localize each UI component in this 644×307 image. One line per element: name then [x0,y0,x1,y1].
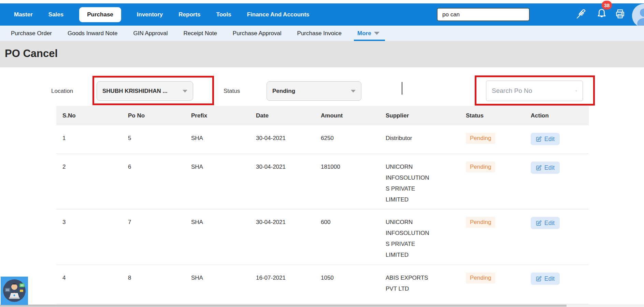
cell-supplier: ABIS EXPORTS PVT LTD [381,265,461,294]
col-header-po-no: Po No [123,112,186,119]
cell-po-no: 7 [123,209,186,228]
col-header-date: Date [251,112,316,119]
col-header-amount: Amount [316,112,381,119]
table-row: 3 7 SHA 30-04-2021 600 UNICORN INFOSOLUT… [56,209,589,265]
subnav-purchase-invoice[interactable]: Purchase Invoice [297,26,342,41]
cell-sno: 4 [56,265,123,283]
table-header-row: S.No Po No Prefix Date Amount Supplier S… [56,106,589,125]
cell-amount: 600 [316,209,381,228]
cell-supplier: UNICORN INFOSOLUTION S PRIVATE LIMITED [381,154,461,205]
cell-sno: 1 [56,125,123,144]
cell-amount: 181000 [316,154,381,172]
subnav-more-label: More [357,30,371,37]
page-title-bar: PO Cancel [0,41,644,67]
nav-item-purchase[interactable]: Purchase [79,7,121,22]
support-chat-illustration [1,277,28,305]
browser-top-strip [0,0,644,3]
cell-po-no: 8 [123,265,186,283]
col-header-status: Status [461,112,526,119]
top-navigation-bar: Master Sales Purchase Inventory Reports … [0,3,644,26]
cell-date: 30-04-2021 [251,209,316,228]
cell-date: 30-04-2021 [251,154,316,172]
subnav-more-dropdown[interactable]: More [357,26,380,41]
table-row: 4 8 SHA 16-07-2021 1050 ABIS EXPORTS PVT… [56,265,589,304]
cell-amount: 6250 [316,125,381,144]
cell-prefix: SHA [186,265,251,283]
edit-button-label: Edit [544,164,555,171]
table-row: 2 6 SHA 30-04-2021 181000 UNICORN INFOSO… [56,154,589,209]
scrollbar-thumb[interactable] [0,305,567,307]
cell-prefix: SHA [186,125,251,144]
nav-item-finance-and-accounts[interactable]: Finance And Accounts [247,11,310,18]
status-badge: Pending [466,217,495,228]
edit-button-label: Edit [544,220,555,226]
status-badge: Pending [466,273,495,283]
po-number-search-input[interactable] [492,87,575,95]
main-menu: Master Sales Purchase Inventory Reports … [0,3,644,26]
support-chat-widget[interactable] [1,277,28,305]
status-dropdown-value: Pending [272,88,295,95]
text-cursor [402,82,402,95]
cell-po-no: 6 [123,154,186,172]
edit-button[interactable]: Edit [531,133,560,145]
subnav-goods-inward-note[interactable]: Goods Inward Note [68,26,117,41]
location-dropdown[interactable]: SHUBH KRISHIDHAN ... [97,81,193,101]
chevron-down-icon [374,32,380,35]
edit-button[interactable]: Edit [531,217,560,229]
edit-pencil-icon [536,136,542,142]
po-cancel-table: S.No Po No Prefix Date Amount Supplier S… [56,106,589,304]
nav-item-sales[interactable]: Sales [48,11,63,18]
col-header-supplier: Supplier [381,112,461,119]
cell-sno: 3 [56,209,123,228]
subnav-gin-approval[interactable]: GIN Approval [133,26,168,41]
page-title: PO Cancel [0,41,644,66]
cell-supplier: Distributor [381,125,461,144]
theme-brush-icon[interactable] [575,8,587,21]
notification-count-badge: 38 [602,1,612,10]
cell-amount: 1050 [316,265,381,283]
location-dropdown-value: SHUBH KRISHIDHAN ... [102,88,168,95]
purchase-submenu: Purchase Order Goods Inward Note GIN App… [0,26,644,41]
col-header-sno: S.No [56,112,123,119]
col-header-prefix: Prefix [186,112,251,119]
col-header-action: Action [526,112,589,119]
table-row: 1 5 SHA 30-04-2021 6250 Distributor Pend… [56,125,589,154]
cell-prefix: SHA [186,154,251,172]
cell-po-no: 5 [123,125,186,144]
edit-pencil-icon [536,165,542,171]
location-label: Location [51,88,73,95]
nav-item-master[interactable]: Master [14,11,33,18]
cell-prefix: SHA [186,209,251,228]
horizontal-scrollbar[interactable] [0,304,644,307]
edit-button[interactable]: Edit [531,273,560,285]
chevron-down-icon [183,90,187,93]
edit-button-label: Edit [544,275,555,282]
subnav-receipt-note[interactable]: Receipt Note [184,26,217,41]
status-dropdown[interactable]: Pending [267,81,361,101]
edit-button-label: Edit [544,136,555,142]
po-number-search-box[interactable] [486,81,583,101]
cell-sno: 2 [56,154,123,172]
status-badge: Pending [466,133,495,144]
nav-item-inventory[interactable]: Inventory [137,11,163,18]
chevron-down-icon [351,90,356,93]
edit-button[interactable]: Edit [531,162,560,174]
nav-item-tools[interactable]: Tools [216,11,231,18]
cell-date: 30-04-2021 [251,125,316,144]
cell-supplier: UNICORN INFOSOLUTION S PRIVATE LIMITED [381,209,461,261]
status-badge: Pending [466,162,495,172]
subnav-purchase-order[interactable]: Purchase Order [11,26,52,41]
printer-icon[interactable] [614,8,626,21]
cell-date: 16-07-2021 [251,265,316,283]
edit-pencil-icon [536,276,542,282]
global-search-input[interactable] [437,8,530,21]
edit-pencil-icon [536,220,542,226]
status-label: Status [224,88,240,95]
nav-item-reports[interactable]: Reports [178,11,200,18]
search-icon[interactable] [575,87,577,95]
notifications-bell-icon[interactable] [596,8,608,22]
subnav-purchase-approval[interactable]: Purchase Approval [233,26,282,41]
